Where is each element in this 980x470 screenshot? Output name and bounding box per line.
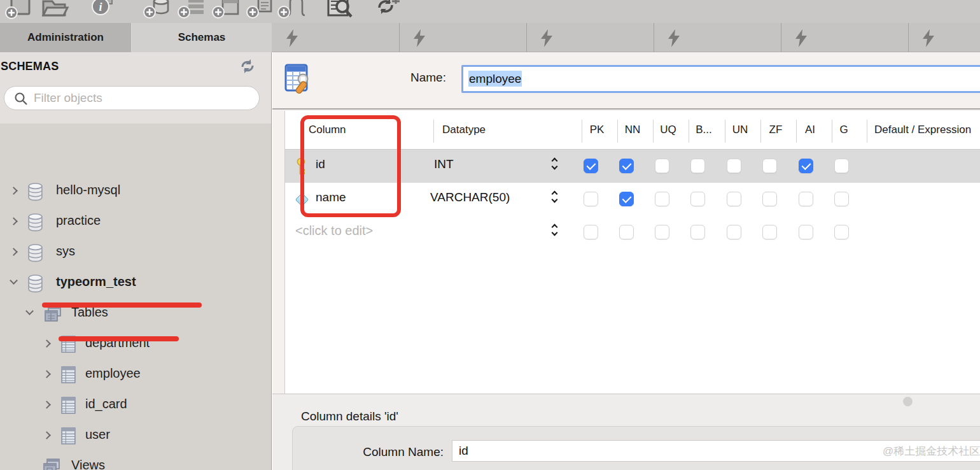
filter-objects-box xyxy=(4,86,260,110)
views-folder-icon xyxy=(42,458,61,470)
checkbox-zf[interactable] xyxy=(762,159,777,173)
lightning-bolt-icon xyxy=(412,29,426,50)
chevron-down-icon[interactable] xyxy=(27,310,32,314)
datatype-stepper[interactable] xyxy=(549,190,559,208)
checkbox-ai[interactable] xyxy=(799,225,813,239)
checkbox-g[interactable] xyxy=(834,192,849,206)
grid-header-ai[interactable]: AI xyxy=(805,124,815,136)
grid-header-default-expression[interactable]: Default / Expression xyxy=(874,124,971,136)
tab-schemas[interactable]: Schemas xyxy=(132,23,272,52)
grid-header-g[interactable]: G xyxy=(839,124,848,136)
filter-objects-input[interactable] xyxy=(34,89,250,107)
checkbox-zf[interactable] xyxy=(762,192,777,206)
checkbox-un[interactable] xyxy=(727,192,741,206)
refresh-schemas-icon[interactable] xyxy=(239,58,256,75)
schemas-sidebar: SCHEMAS hello-mysql practice sys xyxy=(0,52,272,470)
tree-item-typeorm-test[interactable]: typeorm_test xyxy=(0,268,272,299)
grid-header-pk[interactable]: PK xyxy=(590,124,605,136)
create-procedure-icon[interactable] xyxy=(244,0,275,20)
checkbox-nn[interactable] xyxy=(619,225,634,239)
chevron-right-icon[interactable] xyxy=(11,218,17,224)
chevron-right-icon[interactable] xyxy=(44,432,50,438)
chevron-right-icon[interactable] xyxy=(11,249,17,255)
table-name-input[interactable]: employee xyxy=(461,65,980,93)
datatype-stepper[interactable] xyxy=(549,157,559,175)
tree-item-views[interactable]: Views xyxy=(0,452,272,470)
create-schema-icon[interactable] xyxy=(141,0,172,20)
checkbox-b[interactable] xyxy=(690,192,705,206)
checkbox-b[interactable] xyxy=(690,159,705,173)
tree-item-hello-mysql[interactable]: hello-mysql xyxy=(0,176,272,207)
scroll-indicator-dot[interactable] xyxy=(903,397,913,406)
checkbox-uq[interactable] xyxy=(655,192,669,206)
tree-item-id-card[interactable]: id_card xyxy=(0,390,272,421)
chevron-right-icon[interactable] xyxy=(44,341,50,346)
svg-text:i: i xyxy=(99,1,102,13)
checkbox-zf[interactable] xyxy=(762,225,777,239)
checkbox-uq[interactable] xyxy=(655,225,669,239)
grid-header-uq[interactable]: UQ xyxy=(660,124,676,136)
inspector-icon[interactable]: i xyxy=(88,0,118,20)
header-separator xyxy=(433,120,434,143)
datatype-cell[interactable]: INT xyxy=(434,157,454,171)
mysql-workbench-window: i Administration Schemas xyxy=(0,0,980,470)
table-icon xyxy=(60,366,76,386)
table-editor-icon xyxy=(284,62,312,98)
new-query-tab-icon[interactable] xyxy=(4,0,34,20)
checkbox-uq[interactable] xyxy=(655,159,669,173)
checkbox-un[interactable] xyxy=(727,225,741,239)
tree-item-practice[interactable]: practice xyxy=(0,207,272,238)
sidebar-title: SCHEMAS xyxy=(1,60,59,73)
checkbox-pk[interactable] xyxy=(584,192,598,206)
grid-header-b[interactable]: B... xyxy=(696,124,712,136)
header-separator xyxy=(725,120,725,143)
checkbox-nn[interactable] xyxy=(619,192,634,206)
chevron-down-icon[interactable] xyxy=(11,280,17,283)
grid-header-zf[interactable]: ZF xyxy=(769,124,783,136)
query-tab-4[interactable] xyxy=(654,23,781,52)
checkbox-ai[interactable] xyxy=(799,192,813,206)
search-data-icon[interactable] xyxy=(325,0,355,20)
datatype-cell[interactable]: VARCHAR(50) xyxy=(430,190,510,204)
create-table-icon[interactable] xyxy=(176,0,206,20)
checkbox-un[interactable] xyxy=(727,159,741,173)
checkbox-g[interactable] xyxy=(834,159,849,173)
lightning-bolt-icon xyxy=(921,29,935,50)
datatype-stepper[interactable] xyxy=(549,224,559,241)
tree-item-employee[interactable]: employee xyxy=(0,360,272,390)
tables-folder-icon xyxy=(43,305,62,325)
query-tab-2[interactable] xyxy=(400,23,527,52)
tab-administration-label: Administration xyxy=(27,31,104,44)
tree-item-department[interactable]: department xyxy=(0,329,272,360)
checkbox-pk[interactable] xyxy=(584,225,598,239)
annotation-red-box-columns xyxy=(300,115,401,217)
grid-header-un[interactable]: UN xyxy=(732,124,748,136)
grid-row-new[interactable]: <click to edit> xyxy=(285,216,980,249)
open-script-icon[interactable] xyxy=(39,0,70,20)
grid-header-nn[interactable]: NN xyxy=(625,124,641,136)
create-view-icon[interactable] xyxy=(210,0,241,20)
tree-item-sys[interactable]: sys xyxy=(0,238,272,268)
tree-item-user[interactable]: user xyxy=(0,421,272,452)
header-separator xyxy=(867,120,867,143)
create-function-icon[interactable] xyxy=(276,0,306,20)
query-tab-3[interactable] xyxy=(527,23,654,52)
reconnect-db-icon[interactable] xyxy=(373,0,403,20)
query-tab-1[interactable] xyxy=(272,23,400,52)
query-tab-6[interactable] xyxy=(909,23,980,52)
chevron-right-icon[interactable] xyxy=(11,188,17,194)
checkbox-nn[interactable] xyxy=(619,159,634,173)
grid-header-datatype[interactable]: Datatype xyxy=(442,124,486,136)
column-details-panel: Column Name: @稀土掘金技术社区 xyxy=(292,426,980,470)
new-column-placeholder[interactable]: <click to edit> xyxy=(295,224,373,238)
chevron-right-icon[interactable] xyxy=(44,371,50,377)
header-separator xyxy=(796,120,797,143)
checkbox-b[interactable] xyxy=(690,225,705,239)
column-name-input[interactable] xyxy=(452,440,980,462)
chevron-right-icon[interactable] xyxy=(44,402,50,408)
tab-administration[interactable]: Administration xyxy=(0,23,132,52)
query-tab-5[interactable] xyxy=(781,23,909,52)
checkbox-g[interactable] xyxy=(834,225,849,239)
checkbox-pk[interactable] xyxy=(584,159,598,173)
checkbox-ai[interactable] xyxy=(799,159,813,173)
